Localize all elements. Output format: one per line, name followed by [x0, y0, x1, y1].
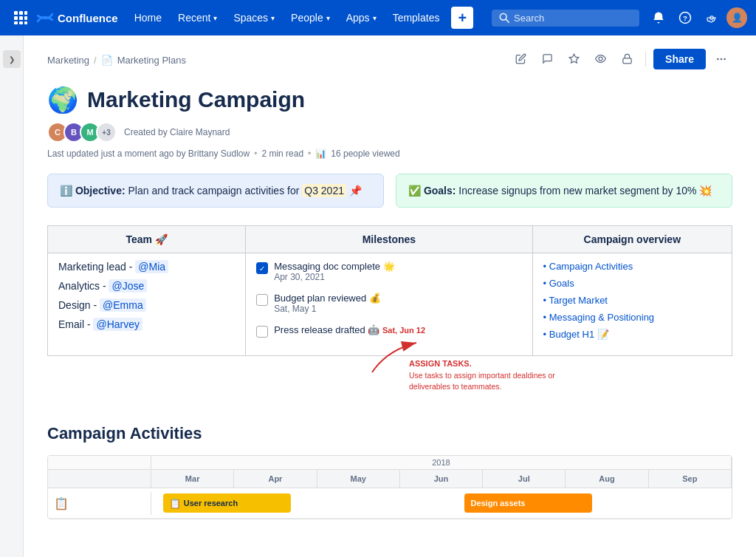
search-bar[interactable]: Search: [492, 10, 639, 27]
gantt-month-mar: Mar: [151, 470, 234, 488]
doc-title: 🌍 Marketing Campaign: [47, 85, 732, 115]
breadcrumb-icon: 📄: [101, 55, 113, 66]
svg-rect-5: [24, 16, 27, 20]
milestone-checkbox-1[interactable]: ✓: [256, 262, 268, 274]
svg-rect-15: [622, 58, 630, 64]
nav-home[interactable]: Home: [127, 9, 169, 27]
overview-link-target[interactable]: • Target Market: [543, 295, 721, 306]
create-button[interactable]: +: [451, 7, 473, 29]
svg-rect-0: [14, 11, 18, 15]
callout-check-icon: ✅: [408, 185, 421, 197]
gantt-month-may: May: [317, 470, 400, 488]
svg-point-14: [599, 57, 602, 61]
avatar-count: +3: [96, 122, 117, 143]
doc-meta: C B M +3 Created by Claire Maynard: [47, 122, 732, 143]
gantt-month-sep: Sep: [649, 470, 732, 488]
svg-rect-7: [19, 21, 23, 24]
team-row: Marketing lead - @Mia: [58, 261, 235, 273]
milestone-item: Budget plan reviewed 💰 Sat, May 1: [256, 293, 521, 314]
gantt-month-aug: Aug: [566, 470, 648, 488]
title-emoji: 🌍: [47, 85, 78, 115]
nav-recent[interactable]: Recent ▾: [171, 9, 224, 27]
grid-icon[interactable]: [9, 6, 32, 30]
author-avatars: C B M +3: [47, 122, 117, 143]
gantt-chart: 2018 Mar Apr May Jun Jul Aug Sep 📋: [47, 455, 732, 519]
gantt-month-jul: Jul: [483, 470, 566, 488]
team-row: Analytics - @Jose: [58, 280, 235, 292]
doc-toolbar: Share: [509, 45, 732, 73]
team-row: Design - @Emma: [58, 299, 235, 311]
milestone-checkbox-3[interactable]: [256, 326, 268, 338]
svg-point-16: [717, 58, 719, 60]
overview-cell: • Campaign Activities • Goals • Target M…: [532, 253, 732, 356]
milestone-item: ✓ Messaging doc complete 🌟 Apr 30, 2021: [256, 261, 521, 282]
team-row: Email - @Harvey: [58, 318, 235, 330]
share-button[interactable]: Share: [653, 49, 706, 69]
svg-rect-6: [14, 21, 18, 24]
svg-rect-2: [24, 11, 27, 15]
gantt-row: 📋 📋User research Design assets: [48, 488, 732, 519]
settings-icon[interactable]: [700, 6, 724, 30]
breadcrumb-plans[interactable]: Marketing Plans: [117, 55, 186, 66]
overview-link-goals[interactable]: • Goals: [543, 278, 721, 289]
topnav: Confluence Home Recent ▾ Spaces ▾ People…: [0, 0, 756, 35]
col-overview: Campaign overview: [532, 226, 732, 253]
gantt-bar-design-assets: Design assets: [464, 493, 592, 513]
search-icon: [499, 13, 509, 23]
col-team: Team 🚀: [48, 226, 246, 253]
title-text: Marketing Campaign: [87, 87, 305, 112]
comment-button[interactable]: [536, 48, 558, 70]
gantt-header: Mar Apr May Jun Jul Aug Sep: [48, 470, 732, 488]
more-button[interactable]: [710, 48, 732, 70]
gantt-bar-user-research: 📋User research: [163, 493, 291, 513]
campaign-activities-title: Campaign Activities: [47, 424, 732, 443]
star-button[interactable]: [563, 48, 585, 70]
notifications-icon[interactable]: [647, 6, 670, 30]
col-milestones: Milestones: [246, 226, 532, 253]
svg-rect-8: [24, 21, 27, 24]
breadcrumb: Marketing / 📄 Marketing Plans: [47, 44, 186, 73]
overview-link-budget[interactable]: • Budget H1 📝: [543, 329, 721, 340]
doc-updated-meta: Last updated just a moment ago by Britta…: [47, 148, 732, 159]
svg-text:?: ?: [683, 14, 687, 22]
gantt-month-jun: Jun: [400, 470, 483, 488]
milestone-checkbox-2[interactable]: [256, 294, 268, 306]
confluence-logo[interactable]: Confluence: [37, 10, 118, 26]
callout-info-icon: ℹ️: [60, 185, 72, 197]
svg-rect-1: [19, 11, 23, 15]
gantt-year-row: 2018: [48, 456, 732, 470]
svg-rect-3: [14, 16, 18, 20]
restrict-button[interactable]: [616, 48, 638, 70]
nav-spaces[interactable]: Spaces ▾: [226, 9, 282, 27]
callout-goals: ✅ Goals: Increase signups from new marke…: [396, 174, 732, 208]
overview-link-activities[interactable]: • Campaign Activities: [543, 261, 721, 272]
nav-people[interactable]: People ▾: [284, 9, 337, 27]
user-avatar[interactable]: 👤: [726, 7, 747, 28]
breadcrumb-marketing[interactable]: Marketing: [47, 55, 89, 66]
annotation-text: ASSIGN TASKS. Use tasks to assign import…: [409, 358, 555, 393]
overview-link-messaging[interactable]: • Messaging & Positioning: [543, 312, 721, 323]
created-by: Created by Claire Maynard: [124, 127, 230, 137]
svg-marker-13: [569, 54, 579, 63]
gantt-month-apr: Apr: [234, 470, 317, 488]
view-button[interactable]: [589, 48, 611, 70]
callout-row: ℹ️ Objective: Plan and track campaign ac…: [47, 174, 732, 208]
callout-objective: ℹ️ Objective: Plan and track campaign ac…: [47, 174, 384, 208]
annotation-area: ASSIGN TASKS. Use tasks to assign import…: [47, 365, 732, 409]
help-icon[interactable]: ?: [673, 6, 697, 30]
svg-line-10: [506, 19, 509, 22]
edit-button[interactable]: [509, 48, 532, 70]
nav-apps[interactable]: Apps ▾: [339, 9, 384, 27]
svg-rect-4: [19, 16, 23, 20]
nav-templates[interactable]: Templates: [385, 9, 447, 27]
svg-point-17: [721, 58, 723, 60]
team-cell: Marketing lead - @Mia Analytics - @Jose …: [48, 253, 246, 356]
sidebar-toggle[interactable]: ❯: [0, 35, 24, 557]
svg-point-18: [724, 58, 726, 60]
